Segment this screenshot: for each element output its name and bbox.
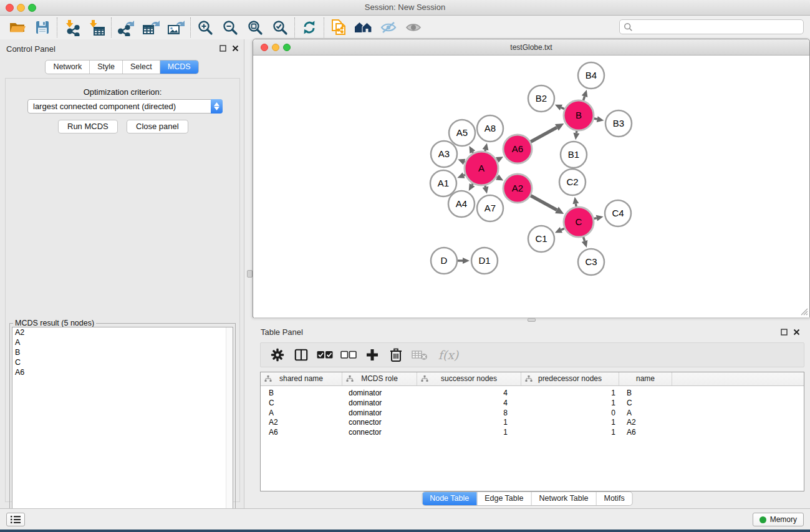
table-cell[interactable]: 4 <box>417 389 521 399</box>
vertical-splitter-handle[interactable] <box>247 270 253 278</box>
graph-node-C[interactable]: C <box>564 207 594 237</box>
select-all-checkboxes-icon[interactable] <box>313 344 337 365</box>
graph-node-A2[interactable]: A2 <box>503 174 532 203</box>
search-input[interactable] <box>633 21 803 33</box>
table-row[interactable]: Adominator80A <box>261 409 804 418</box>
column-header-shared-name[interactable]: shared name <box>261 372 342 385</box>
zoom-fit-icon[interactable] <box>243 17 268 38</box>
graph-node-A3[interactable]: A3 <box>431 141 457 167</box>
save-session-icon[interactable] <box>30 17 55 38</box>
tab-select[interactable]: Select <box>123 60 160 74</box>
split-table-icon[interactable] <box>289 344 313 365</box>
table-row[interactable]: Cdominator41C <box>261 399 804 409</box>
edge-B-B4[interactable] <box>583 96 584 100</box>
hide-selected-eye-icon[interactable] <box>376 17 401 38</box>
mcds-result-list[interactable]: A2ABCA6 <box>12 327 233 532</box>
tab-motifs[interactable]: Motifs <box>596 492 632 505</box>
tab-mcds[interactable]: MCDS <box>160 60 198 74</box>
deselect-all-checkboxes-icon[interactable] <box>337 344 360 365</box>
add-column-icon[interactable] <box>360 344 384 365</box>
graph-node-C2[interactable]: C2 <box>559 169 586 195</box>
edge-A2-C[interactable] <box>531 196 557 210</box>
task-history-button[interactable] <box>6 513 25 526</box>
scrollbar-track[interactable] <box>226 327 233 532</box>
graph-node-C1[interactable]: C1 <box>528 226 554 252</box>
column-header-name[interactable]: name <box>619 372 672 385</box>
column-header-successor-nodes[interactable]: successor nodes <box>417 372 521 385</box>
delete-table-icon[interactable] <box>408 344 432 365</box>
home-layout-icon[interactable] <box>351 17 376 38</box>
graph-node-B[interactable]: B <box>564 100 594 130</box>
zoom-selected-icon[interactable] <box>268 17 292 38</box>
close-panel-icon[interactable] <box>232 45 239 52</box>
table-cell[interactable]: 1 <box>521 389 619 399</box>
graph-node-A7[interactable]: A7 <box>477 195 503 221</box>
edge-C-C2[interactable] <box>576 204 576 207</box>
graph-node-A1[interactable]: A1 <box>430 170 456 196</box>
optimization-criterion-dropdown[interactable]: largest connected component (directed) <box>27 99 223 114</box>
tab-network-table[interactable]: Network Table <box>532 492 597 505</box>
show-all-eye-icon[interactable] <box>401 17 426 38</box>
table-cell[interactable]: A6 <box>261 428 342 438</box>
table-settings-gear-icon[interactable] <box>266 344 289 365</box>
graph-node-B1[interactable]: B1 <box>561 142 587 168</box>
table-cell[interactable]: 4 <box>417 399 521 409</box>
graph-node-A[interactable]: A <box>465 152 498 185</box>
table-cell[interactable]: dominator <box>342 399 417 409</box>
graph-node-B2[interactable]: B2 <box>528 85 554 112</box>
edge-A6-B[interactable] <box>531 127 557 142</box>
table-cell[interactable]: 0 <box>521 409 619 418</box>
mcds-result-item[interactable]: A <box>12 337 233 347</box>
float-panel-icon[interactable] <box>781 329 788 336</box>
tab-node-table[interactable]: Node Table <box>422 492 477 505</box>
import-table-icon[interactable] <box>84 17 109 38</box>
table-cell[interactable]: 1 <box>417 428 521 438</box>
tab-network[interactable]: Network <box>46 60 90 74</box>
close-panel-button[interactable]: Close panel <box>127 120 188 133</box>
function-builder-icon[interactable]: f(x) <box>432 344 465 365</box>
window-resize-grip[interactable] <box>799 307 808 316</box>
table-row[interactable]: Bdominator41B <box>261 389 804 399</box>
mcds-result-item[interactable]: A6 <box>12 367 233 377</box>
graph-node-A8[interactable]: A8 <box>477 115 503 142</box>
float-panel-icon[interactable] <box>219 45 226 52</box>
edge-B-B2[interactable] <box>561 107 564 109</box>
table-cell[interactable]: C <box>619 399 672 409</box>
graph-node-D1[interactable]: D1 <box>471 248 498 274</box>
mcds-result-item[interactable]: C <box>12 357 233 367</box>
delete-columns-trash-icon[interactable] <box>384 344 408 365</box>
edge-B-B3[interactable] <box>594 118 597 119</box>
column-header-predecessor-nodes[interactable]: predecessor nodes <box>521 372 619 385</box>
table-cell[interactable]: connector <box>342 428 417 438</box>
column-header-mcds-role[interactable]: MCDS role <box>342 372 417 385</box>
export-table-icon[interactable] <box>138 17 163 38</box>
tab-style[interactable]: Style <box>90 60 123 74</box>
table-cell[interactable]: C <box>261 399 342 409</box>
graph-node-B4[interactable]: B4 <box>578 62 604 89</box>
edge-C-C4[interactable] <box>594 218 596 219</box>
export-network-icon[interactable] <box>113 17 138 38</box>
table-cell[interactable]: 8 <box>417 409 521 418</box>
graph-node-A5[interactable]: A5 <box>449 120 475 146</box>
table-row[interactable]: A2connector11A2 <box>261 418 804 428</box>
refresh-view-icon[interactable] <box>297 17 322 38</box>
import-network-icon[interactable] <box>59 17 84 38</box>
mcds-result-item[interactable]: A2 <box>12 327 233 337</box>
horizontal-splitter-handle[interactable] <box>528 318 536 322</box>
zoom-out-icon[interactable] <box>218 17 243 38</box>
open-file-icon[interactable] <box>5 17 30 38</box>
table-cell[interactable]: A2 <box>261 418 342 428</box>
table-cell[interactable]: 1 <box>521 418 619 428</box>
export-image-icon[interactable] <box>163 17 188 38</box>
tab-edge-table[interactable]: Edge Table <box>477 492 531 505</box>
graph-node-C3[interactable]: C3 <box>578 249 604 275</box>
close-panel-icon[interactable] <box>793 329 800 336</box>
graph-node-A6[interactable]: A6 <box>503 135 532 163</box>
memory-status-button[interactable]: Memory <box>753 513 804 526</box>
table-cell[interactable]: B <box>261 389 342 399</box>
table-cell[interactable]: A6 <box>619 428 672 438</box>
run-mcds-button[interactable]: Run MCDS <box>58 120 118 133</box>
table-cell[interactable]: A <box>619 409 672 418</box>
table-row[interactable]: A6connector11A6 <box>261 428 804 438</box>
table-cell[interactable]: A2 <box>619 418 672 428</box>
